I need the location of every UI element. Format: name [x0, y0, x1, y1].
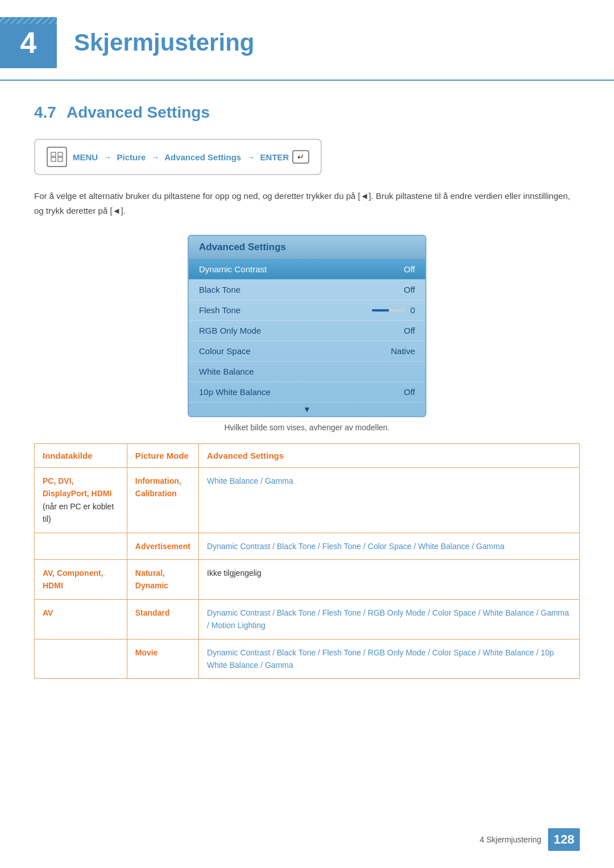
- menu-item-rgb-only: RGB Only Mode Off: [189, 321, 425, 341]
- menu-icon: [47, 147, 67, 167]
- footer-chapter-label: 4 Skjermjustering: [480, 835, 541, 844]
- table-cell-mode: Movie: [127, 639, 198, 679]
- table-cell-input: AV: [35, 599, 127, 639]
- menu-path-box: MENU → Picture → Advanced Settings → ENT…: [34, 139, 322, 175]
- menu-item-black-tone: Black Tone Off: [189, 280, 425, 300]
- description-text: For å velge et alternativ bruker du pilt…: [34, 189, 580, 218]
- scroll-down-indicator: ▼: [189, 402, 425, 416]
- menu-item-colour-space: Colour Space Native: [189, 341, 425, 362]
- section-number: 4.7: [34, 103, 56, 122]
- table-row: AV, Component,HDMI Natural,Dynamic Ikke …: [35, 559, 580, 599]
- menu-item-dynamic-contrast: Dynamic Contrast Off: [189, 259, 425, 280]
- table-cell-settings: Dynamic Contrast / Black Tone / Flesh To…: [199, 639, 580, 679]
- menu-item-white-balance: White Balance: [189, 362, 425, 382]
- svg-rect-0: [51, 152, 56, 156]
- svg-rect-2: [51, 157, 56, 161]
- chapter-header: 4 Skjermjustering: [0, 0, 614, 81]
- menu-path-text: MENU → Picture → Advanced Settings → ENT…: [73, 152, 289, 162]
- main-content: 4.7 Advanced Settings MENU → Picture → A…: [0, 103, 614, 679]
- table-row: AV Standard Dynamic Contrast / Black Ton…: [35, 599, 580, 639]
- settings-table: Inndatakilde Picture Mode Advanced Setti…: [34, 443, 580, 679]
- screenshot-caption: Hvilket bilde som vises, avhenger av mod…: [224, 423, 389, 432]
- table-cell-input: PC, DVI,DisplayPort, HDMI(når en PC er k…: [35, 468, 127, 533]
- section-title: Advanced Settings: [67, 103, 210, 122]
- table-cell-settings: Ikke tilgjengelig: [199, 559, 580, 599]
- table-cell-settings: Dynamic Contrast / Black Tone / Flesh To…: [199, 533, 580, 559]
- table-header-input: Inndatakilde: [35, 444, 127, 468]
- table-cell-settings: Dynamic Contrast / Black Tone / Flesh To…: [199, 599, 580, 639]
- enter-icon: ↵: [292, 150, 309, 164]
- chapter-title: Skjermjustering: [74, 29, 254, 56]
- table-header-settings: Advanced Settings: [199, 444, 580, 468]
- table-cell-settings: White Balance / Gamma: [199, 468, 580, 533]
- menu-screenshot: Advanced Settings Dynamic Contrast Off B…: [188, 235, 426, 417]
- svg-rect-1: [58, 152, 63, 156]
- table-cell-mode: Natural,Dynamic: [127, 559, 198, 599]
- menu-item-flesh-tone: Flesh Tone 0: [189, 300, 425, 321]
- page-footer: 4 Skjermjustering 128: [480, 828, 580, 851]
- table-header-mode: Picture Mode: [127, 444, 198, 468]
- flesh-tone-slider: [372, 309, 406, 312]
- table-cell-mode: Advertisement: [127, 533, 198, 559]
- table-row: PC, DVI,DisplayPort, HDMI(når en PC er k…: [35, 468, 580, 533]
- flesh-tone-bar: 0: [372, 305, 415, 315]
- table-row: Movie Dynamic Contrast / Black Tone / Fl…: [35, 639, 580, 679]
- table-cell-input: [35, 639, 127, 679]
- svg-rect-3: [58, 157, 63, 161]
- table-row: Advertisement Dynamic Contrast / Black T…: [35, 533, 580, 559]
- table-cell-mode: Information,Calibration: [127, 468, 198, 533]
- chapter-number: 4: [0, 17, 57, 68]
- menu-item-10p-white-balance: 10p White Balance Off: [189, 382, 425, 402]
- screenshot-container: Advanced Settings Dynamic Contrast Off B…: [34, 235, 580, 432]
- table-cell-input: [35, 533, 127, 559]
- section-header: 4.7 Advanced Settings: [34, 103, 580, 122]
- table-cell-input: AV, Component,HDMI: [35, 559, 127, 599]
- screenshot-title: Advanced Settings: [189, 236, 425, 259]
- page-number: 128: [548, 828, 580, 851]
- table-cell-mode: Standard: [127, 599, 198, 639]
